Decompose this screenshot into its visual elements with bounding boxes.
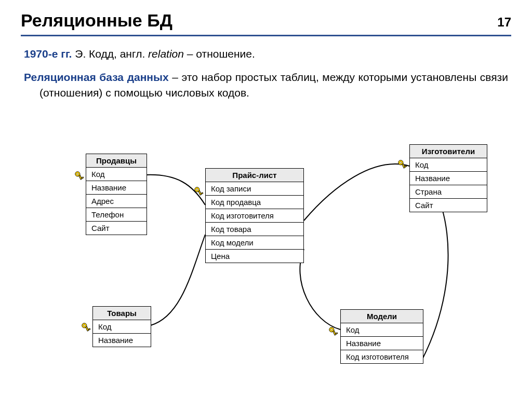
entity-pricelist: Прайс-лист Код записи Код продавца Код и…: [205, 168, 304, 263]
entity-goods-row: Название: [93, 334, 151, 347]
entity-pricelist-row: Цена: [206, 250, 303, 263]
svg-rect-7: [201, 193, 203, 194]
entity-sellers-row: Адрес: [86, 195, 147, 208]
svg-rect-2: [79, 175, 82, 180]
entity-sellers-row: Название: [86, 181, 147, 195]
entity-pricelist-row: Код продавца: [206, 196, 303, 209]
entity-pricelist-title: Прайс-лист: [206, 169, 303, 182]
entity-makers-row: Страна: [410, 185, 487, 199]
key-icon: [193, 186, 205, 197]
svg-rect-15: [88, 328, 90, 330]
entity-pricelist-row: Код записи: [206, 182, 303, 196]
svg-rect-18: [333, 331, 336, 335]
entity-sellers-title: Продавцы: [86, 154, 147, 168]
entity-makers: Изготовители Код Название Страна Сайт: [409, 144, 487, 212]
entity-models: Модели Код Название Код изготовителя: [340, 309, 423, 364]
entity-goods-row: Код: [93, 320, 151, 334]
key-icon: [81, 322, 92, 333]
svg-rect-14: [86, 326, 89, 331]
svg-rect-11: [405, 166, 407, 167]
entity-pricelist-row: Код модели: [206, 236, 303, 250]
entity-models-title: Модели: [341, 310, 423, 323]
key-icon: [74, 170, 85, 182]
svg-rect-10: [402, 163, 405, 168]
svg-rect-3: [82, 177, 84, 179]
svg-point-1: [77, 173, 78, 175]
svg-point-13: [84, 325, 85, 326]
entity-models-row: Код: [341, 323, 423, 337]
entity-models-row: Код изготовителя: [341, 350, 423, 363]
entity-sellers-row: Код: [86, 168, 147, 181]
entity-sellers-row: Сайт: [86, 222, 147, 235]
entity-sellers: Продавцы Код Название Адрес Телефон Сайт: [86, 154, 147, 235]
entity-makers-row: Код: [410, 158, 487, 172]
svg-rect-19: [336, 333, 338, 334]
entity-pricelist-row: Код товара: [206, 223, 303, 236]
entity-goods-title: Товары: [93, 307, 151, 320]
entity-sellers-row: Телефон: [86, 208, 147, 222]
key-icon: [328, 326, 339, 337]
entity-goods: Товары Код Название: [92, 306, 151, 347]
svg-rect-6: [198, 190, 202, 195]
entity-pricelist-row: Код изготовителя: [206, 209, 303, 223]
key-icon: [397, 159, 408, 170]
entity-makers-title: Изготовители: [410, 145, 487, 158]
entity-makers-row: Название: [410, 172, 487, 185]
entity-makers-row: Сайт: [410, 199, 487, 212]
svg-point-5: [196, 189, 198, 190]
svg-point-9: [400, 162, 402, 163]
svg-point-17: [331, 329, 332, 331]
entity-models-row: Название: [341, 337, 423, 350]
